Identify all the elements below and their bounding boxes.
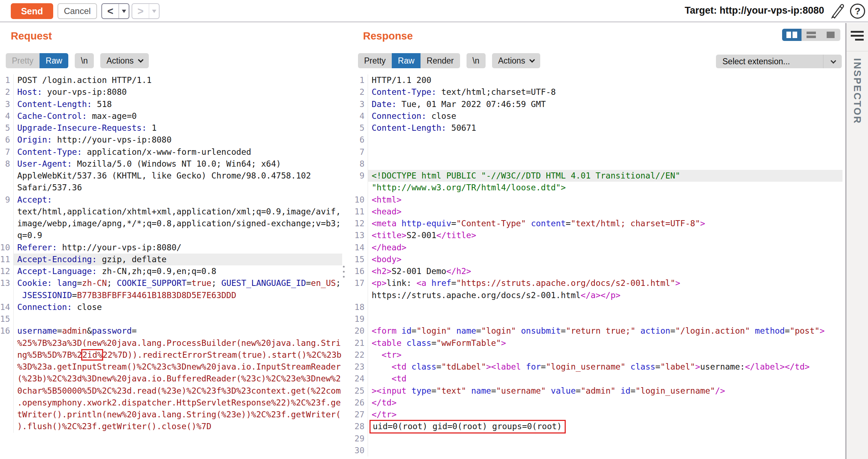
forward-icon[interactable]: > (132, 4, 149, 18)
tab-pretty[interactable]: Pretty (358, 53, 392, 68)
code-line: Connection: close (14, 301, 342, 313)
line-number: 24 (351, 373, 368, 385)
response-editor[interactable]: 1HTTP/1.1 2002Content-Type: text/html;ch… (351, 74, 842, 456)
code-line (368, 445, 842, 456)
code-line: JSESSIONID=B77B3BFBFF34461B18B3D8D5E7E63… (14, 289, 342, 301)
request-tabs: PrettyRaw\nActions (6, 53, 149, 68)
line-number: 23 (351, 361, 368, 373)
code-line: ><input type="text" name="username" valu… (368, 385, 842, 397)
code-row: %3D%23a.getInputStream()%2C%23c%3Dnew%20… (0, 361, 342, 373)
code-line: image/webp,image/apng,*/*;q=0.8,applicat… (14, 218, 342, 230)
cancel-button[interactable]: Cancel (58, 3, 97, 19)
line-number: 19 (351, 313, 368, 325)
layout-single-button[interactable] (821, 29, 840, 41)
line-number: 20 (351, 325, 368, 337)
tab-label: \n (81, 53, 88, 68)
line-number: 1 (0, 74, 14, 86)
line-number: 16 (0, 325, 14, 337)
code-line: "http://www.w3.org/TR/html4/loose.dtd"> (368, 182, 842, 194)
code-row: %25%7B%23a%3D(new%20java.lang.ProcessBui… (0, 337, 342, 349)
inspector-collapse-icon[interactable] (851, 31, 864, 43)
code-line: </head> (368, 242, 842, 254)
tab-render[interactable]: Render (421, 53, 460, 68)
code-line: <form id="login" name="login" onsubmit="… (368, 325, 842, 337)
layout-stacked-button[interactable] (802, 29, 821, 41)
code-row: https://struts.apache.org/docs/s2-001.ht… (351, 289, 842, 301)
code-line: Host: your-vps-ip:8080 (14, 86, 342, 98)
edit-target-icon[interactable] (829, 4, 846, 20)
extension-select-arrow[interactable] (823, 55, 842, 68)
tab-newline[interactable]: \n (467, 53, 486, 68)
tab-raw[interactable]: Raw (392, 53, 421, 68)
code-row: 8User-Agent: Mozilla/5.0 (Windows NT 10.… (0, 158, 342, 170)
chevron-down-icon (138, 57, 143, 62)
dropdown-arrow-icon (152, 10, 156, 13)
line-number: 11 (351, 206, 368, 218)
code-row: 29 (351, 433, 842, 445)
line-number: 14 (0, 301, 14, 313)
code-row: 24 <td (351, 373, 842, 385)
back-icon[interactable]: < (102, 4, 119, 18)
request-editor[interactable]: 1POST /login.action HTTP/1.12Host: your-… (0, 74, 342, 433)
code-line: <td (368, 373, 842, 385)
code-row: 4Connection: close (351, 110, 842, 122)
response-tabs: PrettyRawRender\nActions (358, 53, 540, 68)
code-line: Upgrade-Insecure-Requests: 1 (14, 122, 342, 134)
code-row: 7Content-Type: application/x-www-form-ur… (0, 146, 342, 158)
code-row: 5Content-Length: 50671 (351, 122, 842, 134)
forward-button[interactable]: > (132, 3, 160, 19)
code-row: 8 (351, 158, 842, 170)
line-number (0, 170, 14, 182)
help-icon[interactable]: ? (850, 4, 865, 19)
code-row: 9<!DOCTYPE html PUBLIC "-//W3C//DTD HTML… (351, 170, 842, 182)
code-line (368, 158, 842, 170)
code-row: 13Cookie: lang=zh-CN; COOKIE_SUPPORT=tru… (0, 277, 342, 289)
line-number: 18 (351, 301, 368, 313)
code-row: 27</tr> (351, 409, 842, 421)
tab-newline[interactable]: \n (75, 53, 94, 68)
code-row: 11<head> (351, 206, 842, 218)
line-number (0, 409, 14, 421)
code-line: AppleWebKit/537.36 (KHTML, like Gecko) C… (14, 170, 342, 182)
annotation-box: 2id% (81, 349, 103, 361)
tab-pretty[interactable]: Pretty (6, 53, 40, 68)
code-row: ng%5B%5D%7B%22id%22%7D)).redirectErrorSt… (0, 349, 342, 361)
back-history-dropdown[interactable] (119, 4, 129, 18)
send-button[interactable]: Send (11, 3, 53, 19)
code-line: HTTP/1.1 200 (368, 74, 842, 86)
line-number: 3 (0, 98, 14, 110)
code-row: 16username=admin&password= (0, 325, 342, 337)
panel-splitter-handle[interactable] (343, 266, 345, 281)
inspector-sidebar[interactable]: INSPECTOR (845, 23, 868, 459)
line-number: 8 (351, 158, 368, 170)
code-line: text/html,application/xhtml+xml,applicat… (14, 206, 342, 218)
code-row: 13<title>S2-001</title> (351, 230, 842, 241)
line-number (0, 218, 14, 230)
code-line: Accept-Language: zh-CN,zh;q=0.9,en;q=0.8 (14, 265, 342, 277)
line-number: 15 (351, 254, 368, 265)
layout-columns-button[interactable] (782, 29, 802, 41)
tab-actions[interactable]: Actions (492, 53, 540, 68)
code-row: 18 (351, 301, 842, 313)
chevron-down-icon (831, 58, 836, 64)
back-button[interactable]: < (101, 3, 129, 19)
code-line: <td class="tdLabel"><label for="login_us… (368, 361, 842, 373)
extension-select[interactable]: Select extension... (716, 55, 842, 68)
line-number: 11 (0, 254, 14, 265)
code-line: .opensymphony.xwork2.dispatcher.HttpServ… (14, 397, 342, 409)
line-number: 15 (0, 313, 14, 325)
line-number (0, 206, 14, 218)
line-number: 5 (0, 122, 14, 134)
forward-history-dropdown[interactable] (149, 4, 159, 18)
code-line: <title>S2-001</title> (368, 230, 842, 241)
tab-actions[interactable]: Actions (100, 53, 148, 68)
code-row: image/webp,image/apng,*/*;q=0.8,applicat… (0, 218, 342, 230)
tab-label: Raw (46, 53, 62, 68)
tab-raw[interactable]: Raw (40, 53, 68, 68)
code-row: 16<h2>S2-001 Demo</h2> (351, 265, 842, 277)
line-number: 9 (0, 194, 14, 206)
tab-group: PrettyRaw (6, 53, 68, 68)
line-number (351, 289, 368, 301)
line-number: 10 (351, 194, 368, 206)
code-row: 6 (351, 134, 842, 146)
